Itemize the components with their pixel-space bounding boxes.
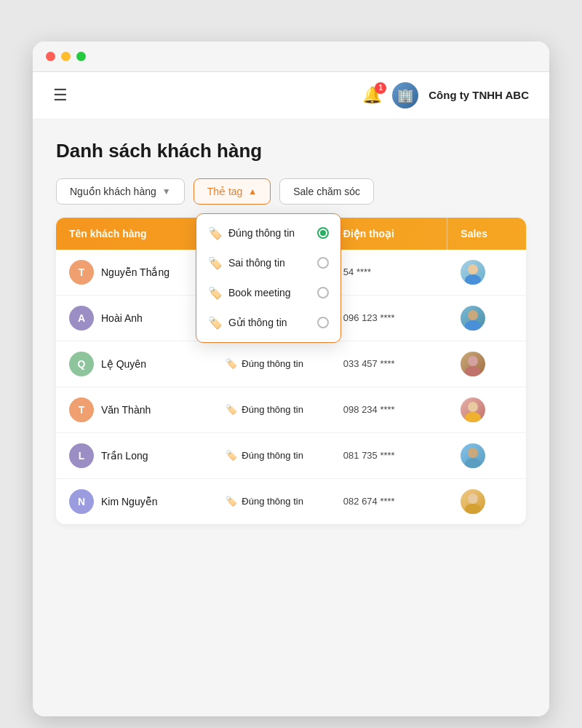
td-name-1: T Nguyễn Thắng — [56, 250, 212, 295]
svg-point-7 — [465, 412, 481, 422]
dot-minimize[interactable] — [61, 52, 71, 61]
dropdown-item-book[interactable]: 🏷️ Book meeting — [196, 278, 340, 308]
customer-name-2: Hoài Anh — [101, 312, 143, 324]
td-phone-2: 096 123 **** — [330, 302, 448, 333]
tag-label-3: 🏷️ Đúng thông tin — [226, 358, 303, 369]
dropdown-item-sai[interactable]: 🏷️ Sai thông tin — [196, 248, 340, 278]
svg-point-4 — [468, 356, 478, 366]
hamburger-icon[interactable]: ☰ — [53, 87, 68, 103]
svg-point-3 — [465, 320, 481, 331]
dropdown-label-dung: Đúng thông tin — [228, 227, 295, 239]
td-sales-6 — [447, 479, 526, 524]
td-sales-4 — [447, 387, 526, 432]
dropdown-item-gui[interactable]: 🏷️ Gửi thông tin — [196, 308, 340, 338]
tag-icon-row-4: 🏷️ — [226, 404, 237, 415]
filter-row: Nguồn khách hàng ▼ Thẻ tag ▲ Sale chăm s… — [56, 178, 526, 205]
filter-tag[interactable]: Thẻ tag ▲ — [194, 178, 271, 205]
svg-point-5 — [465, 366, 481, 376]
td-sales-5 — [447, 433, 526, 478]
svg-point-11 — [465, 504, 481, 514]
filter-sale-label: Sale chăm sóc — [293, 186, 360, 197]
th-sales: Sales — [447, 218, 526, 250]
tag-icon-sai: 🏷️ — [208, 256, 223, 270]
td-tag-3: 🏷️ Đúng thông tin — [212, 348, 330, 379]
dot-maximize[interactable] — [76, 52, 86, 61]
td-sales-1 — [447, 250, 526, 295]
radio-dung[interactable] — [317, 227, 329, 239]
company-avatar[interactable]: 🏢 — [392, 82, 418, 108]
sales-avatar-6 — [461, 489, 485, 514]
customer-name-5: Trần Long — [101, 450, 148, 462]
customer-name-6: Kim Nguyễn — [101, 496, 157, 507]
td-name-5: L Trần Long — [56, 433, 212, 478]
avatar-3: Q — [69, 352, 94, 376]
chevron-down-icon: ▼ — [162, 186, 171, 197]
browser-window: ☰ 🔔 1 🏢 Công ty TNHH ABC Danh sách khách… — [33, 41, 549, 716]
td-phone-6: 082 674 **** — [330, 486, 448, 517]
svg-point-8 — [468, 448, 478, 458]
sales-avatar-2 — [461, 306, 485, 331]
dropdown-label-sai: Sai thông tin — [228, 257, 285, 269]
td-tag-5: 🏷️ Đúng thông tin — [212, 440, 330, 471]
chevron-up-icon: ▲ — [248, 186, 257, 197]
filter-sale[interactable]: Sale chăm sóc — [279, 178, 374, 205]
page-title: Danh sách khách hàng — [56, 140, 526, 162]
tag-icon-row-5: 🏷️ — [226, 450, 237, 461]
td-phone-3: 033 457 **** — [330, 348, 448, 379]
browser-titlebar — [33, 41, 549, 72]
tag-icon-row-3: 🏷️ — [226, 358, 237, 369]
td-tag-4: 🏷️ Đúng thông tin — [212, 394, 330, 425]
sales-avatar-3 — [461, 352, 485, 376]
td-tag-6: 🏷️ Đúng thông tin — [212, 486, 330, 517]
customer-name-1: Nguyễn Thắng — [101, 266, 170, 278]
table-row: N Kim Nguyễn 🏷️ Đúng thông tin 082 674 *… — [56, 479, 526, 524]
avatar-4: T — [69, 397, 94, 422]
tag-label-5: 🏷️ Đúng thông tin — [226, 450, 303, 461]
sales-avatar-1 — [461, 260, 485, 285]
filter-nguon[interactable]: Nguồn khách hàng ▼ — [56, 178, 185, 205]
avatar-5: L — [69, 443, 94, 468]
td-name-3: Q Lệ Quyên — [56, 341, 212, 387]
td-phone-5: 081 735 **** — [330, 440, 448, 471]
td-phone-1: 54 **** — [330, 256, 448, 288]
table-row: Q Lệ Quyên 🏷️ Đúng thông tin 033 457 ***… — [56, 341, 526, 387]
td-sales-3 — [447, 341, 526, 387]
tag-icon-gui: 🏷️ — [208, 316, 223, 330]
svg-point-0 — [468, 264, 478, 274]
avatar-6: N — [69, 489, 94, 514]
customer-name-3: Lệ Quyên — [101, 358, 146, 370]
td-sales-2 — [447, 296, 526, 341]
app-header: ☰ 🔔 1 🏢 Công ty TNHH ABC — [33, 72, 549, 119]
notification-bell[interactable]: 🔔 1 — [362, 86, 382, 105]
tag-icon-dung: 🏷️ — [208, 226, 223, 240]
tag-dropdown: 🏷️ Đúng thông tin 🏷️ Sai thông tin 🏷️ — [196, 213, 341, 343]
dropdown-item-dung[interactable]: 🏷️ Đúng thông tin — [196, 218, 340, 248]
app-content: Danh sách khách hàng Nguồn khách hàng ▼ … — [33, 119, 549, 716]
radio-book[interactable] — [317, 287, 329, 298]
dropdown-label-gui: Gửi thông tin — [228, 317, 287, 328]
table-row: T Văn Thành 🏷️ Đúng thông tin 098 234 **… — [56, 387, 526, 433]
radio-gui[interactable] — [317, 317, 329, 328]
th-phone: Điện thoại — [330, 218, 448, 250]
header-right: 🔔 1 🏢 Công ty TNHH ABC — [362, 82, 529, 108]
filter-tag-label: Thẻ tag — [207, 186, 243, 197]
svg-point-6 — [468, 402, 478, 412]
sales-avatar-4 — [461, 397, 485, 422]
notification-badge: 1 — [375, 82, 386, 94]
td-phone-4: 098 234 **** — [330, 394, 448, 425]
tag-label-6: 🏷️ Đúng thông tin — [226, 496, 303, 507]
td-name-2: A Hoài Anh — [56, 296, 212, 341]
svg-point-2 — [468, 310, 478, 320]
customer-name-4: Văn Thành — [101, 404, 151, 416]
td-name-4: T Văn Thành — [56, 387, 212, 432]
th-name: Tên khách hàng — [56, 218, 212, 250]
radio-sai[interactable] — [317, 257, 329, 269]
filter-nguon-label: Nguồn khách hàng — [70, 186, 156, 197]
svg-point-10 — [468, 494, 478, 504]
sales-avatar-5 — [461, 443, 485, 468]
svg-point-1 — [465, 274, 481, 285]
dot-close[interactable] — [46, 52, 55, 61]
table-row: L Trần Long 🏷️ Đúng thông tin 081 735 **… — [56, 433, 526, 479]
tag-icon-book: 🏷️ — [208, 286, 223, 300]
svg-point-9 — [465, 458, 481, 468]
